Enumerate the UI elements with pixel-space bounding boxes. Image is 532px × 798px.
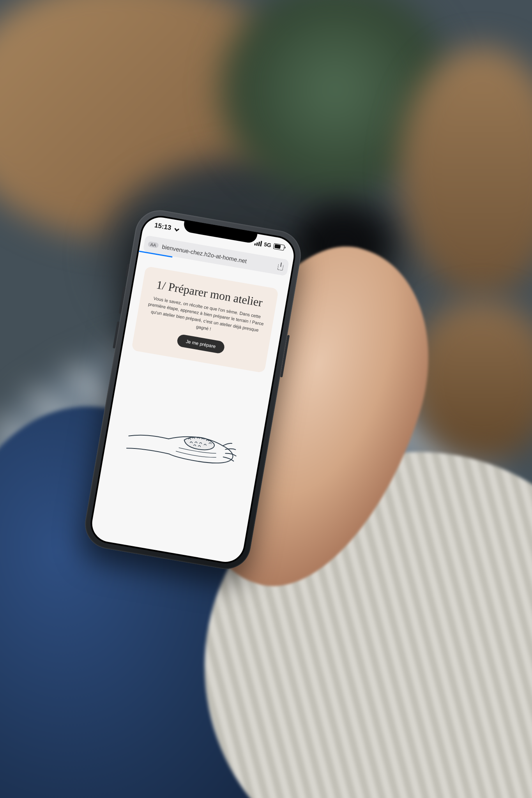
location-icon <box>175 227 180 232</box>
hand-seeds-illustration <box>123 378 251 470</box>
status-right: 5G <box>255 240 285 251</box>
reader-settings-button[interactable]: AA <box>148 241 159 248</box>
step-card: 1/ Préparer mon atelier Vous le savez, o… <box>131 266 279 373</box>
signal-icon <box>255 240 262 247</box>
battery-icon <box>273 243 285 251</box>
status-time: 15:13 <box>154 221 179 233</box>
network-type: 5G <box>263 241 272 249</box>
share-icon[interactable] <box>277 263 285 271</box>
prepare-button[interactable]: Je me prépare <box>177 334 225 354</box>
